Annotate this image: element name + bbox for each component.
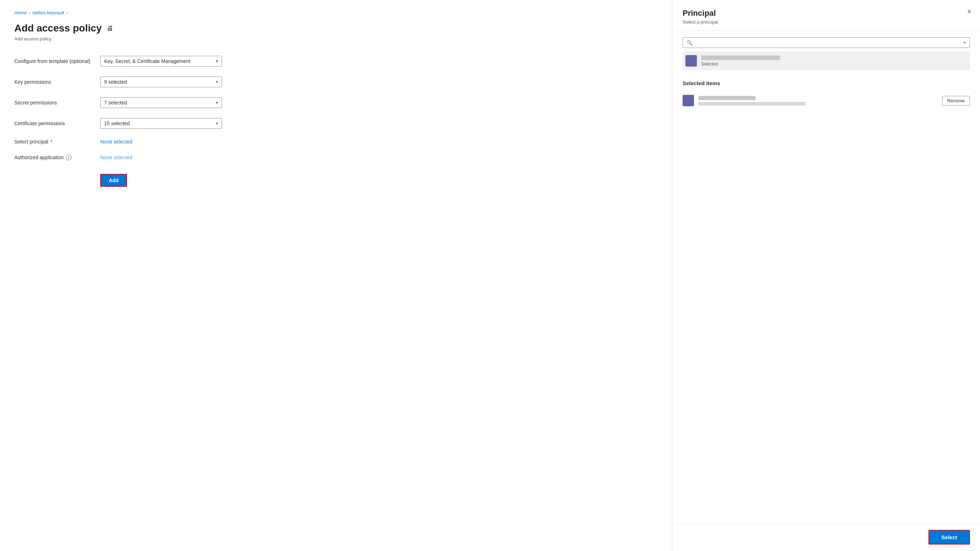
breadcrumb: Home › nellies-keyvault › <box>14 10 657 15</box>
result-item-selected-label: Selected <box>701 62 967 67</box>
panel-subtitle: Select a principal <box>682 19 970 25</box>
certificate-permissions-chevron-icon: ▾ <box>216 121 218 126</box>
selected-item-row: Remove <box>682 91 970 110</box>
print-icon[interactable]: 🖨 <box>107 25 113 32</box>
search-results: Selected <box>682 51 970 70</box>
panel-title: Principal <box>682 9 970 18</box>
required-star: * <box>51 139 52 144</box>
certificate-permissions-select[interactable]: 15 selected ▾ <box>100 118 222 129</box>
clear-search-icon[interactable]: × <box>963 40 966 45</box>
page-subtitle: Add access policy <box>14 36 657 41</box>
selected-item-name-bar <box>698 96 756 100</box>
page-title-container: Add access policy 🖨 <box>14 22 657 34</box>
configure-select[interactable]: Key, Secret, & Certificate Management ▾ <box>100 56 222 67</box>
result-item-info: Selected <box>701 56 967 67</box>
certificate-permissions-value: 15 selected <box>104 121 130 126</box>
search-icon: 🔍 <box>687 40 693 45</box>
search-input[interactable] <box>695 40 960 45</box>
selected-item-sub-bar <box>698 102 806 106</box>
select-principal-link[interactable]: None selected <box>100 139 265 144</box>
key-permissions-select[interactable]: 9 selected ▾ <box>100 76 222 87</box>
authorized-app-link[interactable]: None selected <box>100 154 265 160</box>
principal-panel: Principal Select a principal × 🔍 × Selec… <box>672 0 980 551</box>
page-title: Add access policy <box>14 22 102 34</box>
authorized-app-label: Authorized application i <box>14 154 100 160</box>
key-permissions-chevron-icon: ▾ <box>216 79 218 84</box>
panel-body: Selected items Remove <box>673 70 980 523</box>
form-grid: Configure from template (optional) Key, … <box>14 56 265 187</box>
selected-item-avatar <box>682 95 694 106</box>
selected-item-info <box>698 96 938 106</box>
configure-value: Key, Secret, & Certificate Management <box>104 58 191 64</box>
breadcrumb-home[interactable]: Home <box>14 10 27 15</box>
panel-footer: Select <box>673 523 980 551</box>
key-permissions-value: 9 selected <box>104 79 127 85</box>
breadcrumb-chevron-1: › <box>29 11 30 15</box>
result-item[interactable]: Selected <box>682 51 970 70</box>
configure-label: Configure from template (optional) <box>14 58 100 64</box>
result-item-name-bar <box>701 56 780 60</box>
certificate-permissions-label: Certificate permissions <box>14 121 100 126</box>
secret-permissions-label: Secret permissions <box>14 100 100 106</box>
select-button[interactable]: Select <box>929 530 970 545</box>
panel-header: Principal Select a principal × <box>673 0 980 31</box>
secret-permissions-chevron-icon: ▾ <box>216 100 218 105</box>
left-panel: Home › nellies-keyvault › Add access pol… <box>0 0 672 551</box>
result-item-avatar <box>686 55 697 67</box>
configure-chevron-icon: ▾ <box>216 59 218 64</box>
authorized-app-info-icon[interactable]: i <box>66 154 72 160</box>
search-box: 🔍 × <box>682 37 970 48</box>
key-permissions-label: Key permissions <box>14 79 100 85</box>
secret-permissions-value: 7 selected <box>104 100 127 106</box>
close-button[interactable]: × <box>967 8 971 15</box>
select-principal-label: Select principal * <box>14 139 100 144</box>
selected-items-section: Selected items Remove <box>682 80 970 110</box>
secret-permissions-select[interactable]: 7 selected ▾ <box>100 97 222 108</box>
add-button-wrapper: Add <box>100 170 265 187</box>
breadcrumb-keyvault[interactable]: nellies-keyvault <box>32 10 64 15</box>
add-button[interactable]: Add <box>100 174 127 187</box>
selected-items-title: Selected items <box>682 80 970 86</box>
remove-button[interactable]: Remove <box>942 96 970 106</box>
breadcrumb-chevron-2: › <box>66 11 68 15</box>
